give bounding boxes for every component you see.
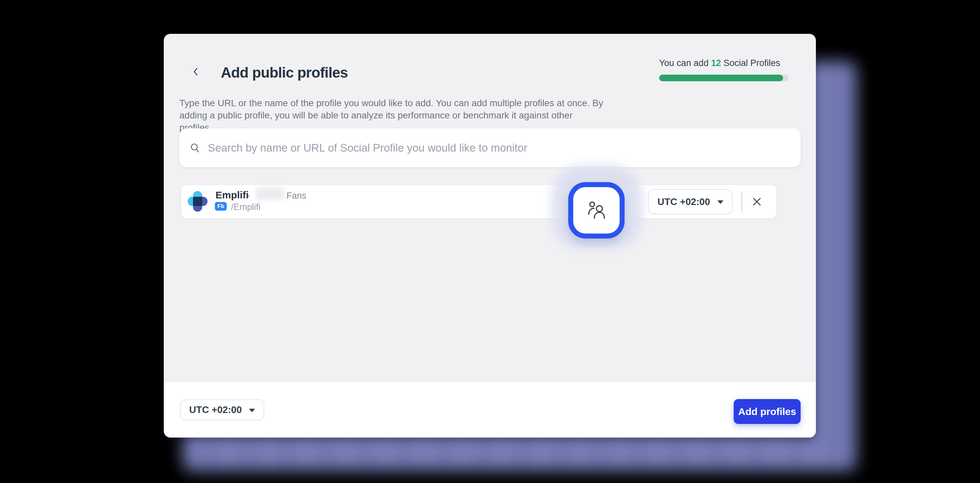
search-input[interactable] (208, 142, 791, 154)
page-title: Add public profiles (221, 64, 348, 81)
close-icon (751, 196, 763, 208)
modal-footer: UTC +02:00 Add profiles (164, 382, 816, 438)
row-timezone-value: UTC +02:00 (657, 196, 710, 207)
facebook-network-badge: Fb (215, 202, 227, 210)
caret-down-icon (718, 200, 723, 204)
fans-label: Fans (286, 191, 306, 201)
back-button[interactable] (188, 64, 204, 80)
quota-prefix: You can add (659, 58, 711, 68)
row-timezone-dropdown[interactable]: UTC +02:00 (648, 189, 733, 214)
add-profiles-button[interactable]: Add profiles (734, 399, 801, 424)
profile-row[interactable]: Emplifi · Fans Fb /Emplifi UTC +02:00 (181, 185, 776, 218)
add-public-profiles-modal: Add public profiles You can add 12 Socia… (164, 34, 816, 438)
caret-down-icon (249, 409, 255, 412)
quota-count: 12 (711, 58, 721, 68)
footer-timezone-dropdown[interactable]: UTC +02:00 (180, 399, 264, 420)
chevron-left-icon (190, 66, 202, 77)
profile-name: Emplifi (215, 190, 249, 201)
footer-timezone-value: UTC +02:00 (189, 404, 242, 415)
remove-profile-button[interactable] (749, 194, 765, 210)
profile-handle: /Emplifi (231, 202, 261, 212)
drag-cursor-badge (568, 182, 625, 239)
quota-text: You can add 12 Social Profiles (659, 57, 788, 69)
quota-progress-fill (659, 75, 783, 81)
emplifi-logo (187, 191, 208, 212)
redacted-fans-count (256, 187, 285, 200)
quota-progress (659, 75, 788, 81)
quota-block: You can add 12 Social Profiles (659, 57, 788, 81)
search-bar (179, 128, 801, 167)
quota-suffix: Social Profiles (721, 58, 780, 68)
profile-separator: · (247, 190, 251, 201)
row-divider (741, 191, 742, 212)
canvas: Add public profiles You can add 12 Socia… (0, 0, 980, 483)
search-icon (189, 142, 200, 154)
users-icon (587, 201, 606, 220)
